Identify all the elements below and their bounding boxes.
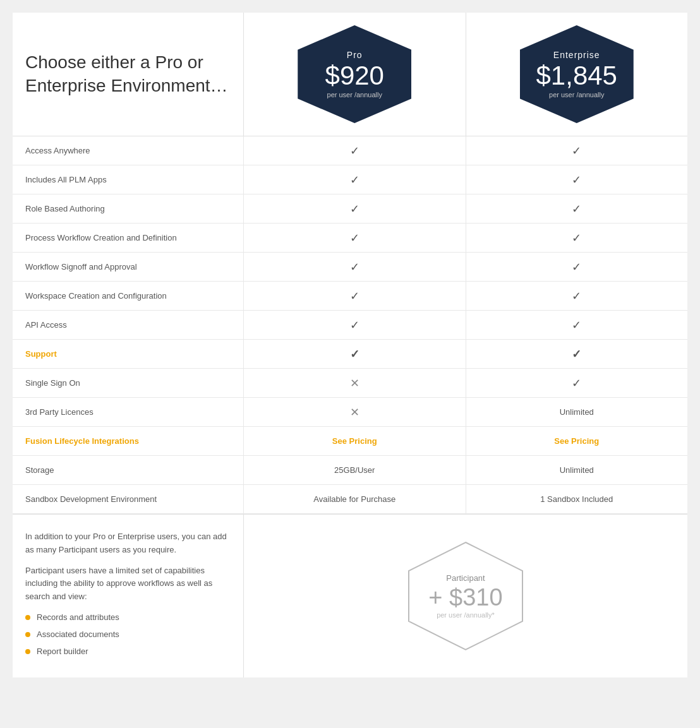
enterprise-feature-cell: ✓	[466, 194, 688, 223]
header-left: Choose either a Pro or Enterprise Enviro…	[13, 13, 243, 136]
pro-feature-cell: ✓	[243, 311, 466, 339]
feature-name: Workspace Creation and Configuration	[13, 282, 243, 310]
feature-name: Access Anywhere	[13, 136, 243, 165]
pro-price: $920	[325, 61, 384, 90]
pricing-table: Choose either a Pro or Enterprise Enviro…	[13, 13, 687, 677]
pro-feature-cell[interactable]: ✓	[243, 340, 466, 368]
pro-feature-cell: 25GB/User	[243, 456, 466, 484]
participant-price: + $310	[428, 584, 502, 611]
check-icon: ✓	[572, 231, 581, 245]
enterprise-feature-cell: Unlimited	[466, 398, 688, 426]
page-title: Choose either a Pro or Enterprise Enviro…	[25, 51, 231, 97]
check-icon: ✓	[572, 144, 581, 158]
pro-feature-cell: ✕	[243, 398, 466, 426]
check-icon: ✓	[350, 202, 359, 216]
bottom-desc1: In addition to your Pro or Enterprise us…	[25, 530, 231, 557]
enterprise-feature-cell: ✓	[466, 369, 688, 397]
bullet-list: Records and attributesAssociated documen…	[25, 611, 231, 658]
check-icon: ✓	[350, 318, 359, 332]
check-icon: ✓	[572, 376, 581, 390]
feature-row: Single Sign On✕✓	[13, 369, 687, 398]
feature-name: 3rd Party Licences	[13, 398, 243, 426]
pro-header: Pro $920 per user /annually	[243, 13, 466, 136]
check-icon: ✓	[572, 173, 581, 187]
bottom-right: Participant + $310 per user /annually*	[243, 515, 687, 677]
feature-name: Sandbox Development Environment	[13, 485, 243, 513]
enterprise-per: per user /annually	[549, 91, 604, 98]
participant-hex: Participant + $310 per user /annually*	[406, 539, 526, 653]
feature-row: Support✓✓	[13, 340, 687, 369]
enterprise-feature-cell: ✓	[466, 253, 688, 281]
feature-row: API Access✓✓	[13, 311, 687, 340]
feature-row: Process Workflow Creation and Definition…	[13, 224, 687, 253]
check-icon: ✓	[350, 260, 359, 274]
enterprise-feature-cell[interactable]: ✓	[466, 340, 688, 368]
participant-per: per user /annually*	[437, 611, 495, 619]
enterprise-feature-cell: ✓	[466, 224, 688, 252]
enterprise-plan-name: Enterprise	[553, 50, 600, 60]
feature-name: Role Based Authoring	[13, 194, 243, 223]
check-icon: ✓	[572, 289, 581, 303]
check-icon: ✓	[572, 347, 581, 361]
enterprise-hexagon-wrap: Enterprise $1,845 per user /annually	[520, 25, 634, 123]
feature-name: Workflow Signoff and Approval	[13, 253, 243, 281]
check-icon: ✓	[350, 347, 359, 361]
enterprise-feature-cell: Unlimited	[466, 456, 688, 484]
enterprise-hexagon: Enterprise $1,845 per user /annually	[520, 25, 634, 123]
feature-row: Sandbox Development EnvironmentAvailable…	[13, 485, 687, 514]
enterprise-header: Enterprise $1,845 per user /annually	[466, 13, 688, 136]
pro-feature-cell: ✕	[243, 369, 466, 397]
bottom-desc2: Participant users have a limited set of …	[25, 564, 231, 604]
feature-row: Includes All PLM Apps✓✓	[13, 165, 687, 194]
enterprise-feature-cell: ✓	[466, 311, 688, 339]
pro-feature-cell: ✓	[243, 165, 466, 194]
pro-feature-cell: ✓	[243, 136, 466, 165]
list-item: Records and attributes	[25, 611, 231, 624]
feature-row: Workspace Creation and Configuration✓✓	[13, 282, 687, 311]
pro-hexagon-wrap: Pro $920 per user /annually	[298, 25, 411, 123]
check-icon: ✓	[572, 318, 581, 332]
pro-per: per user /annually	[327, 91, 382, 98]
cross-icon: ✕	[350, 405, 359, 419]
participant-hex-outline: Participant + $310 per user /annually*	[406, 539, 526, 653]
header-row: Choose either a Pro or Enterprise Enviro…	[13, 13, 687, 136]
bullet-dot	[25, 649, 30, 654]
feature-row: 3rd Party Licences✕Unlimited	[13, 398, 687, 427]
enterprise-feature-cell: 1 Sandbox Included	[466, 485, 688, 513]
feature-name: Process Workflow Creation and Definition	[13, 224, 243, 252]
enterprise-feature-cell: ✓	[466, 282, 688, 310]
check-icon: ✓	[572, 202, 581, 216]
feature-name: Fusion Lifecycle Integrations	[13, 427, 243, 455]
enterprise-feature-cell[interactable]: See Pricing	[466, 427, 688, 455]
pro-feature-cell[interactable]: See Pricing	[243, 427, 466, 455]
feature-row: Workflow Signoff and Approval✓✓	[13, 253, 687, 282]
cross-icon: ✕	[350, 376, 359, 390]
pro-feature-cell: ✓	[243, 194, 466, 223]
feature-row: Storage25GB/UserUnlimited	[13, 456, 687, 485]
feature-name: Support	[13, 340, 243, 368]
feature-row: Access Anywhere✓✓	[13, 136, 687, 165]
list-item: Associated documents	[25, 628, 231, 641]
pro-plan-name: Pro	[347, 50, 363, 60]
check-icon: ✓	[572, 260, 581, 274]
feature-row: Fusion Lifecycle IntegrationsSee Pricing…	[13, 427, 687, 456]
pro-hexagon: Pro $920 per user /annually	[298, 25, 411, 123]
feature-name: Single Sign On	[13, 369, 243, 397]
pro-feature-cell: Available for Purchase	[243, 485, 466, 513]
list-item: Report builder	[25, 645, 231, 659]
feature-name: Storage	[13, 456, 243, 484]
feature-name: API Access	[13, 311, 243, 339]
bottom-left: In addition to your Pro or Enterprise us…	[13, 515, 243, 677]
check-icon: ✓	[350, 231, 359, 245]
enterprise-feature-cell: ✓	[466, 136, 688, 165]
bullet-dot	[25, 615, 30, 620]
check-icon: ✓	[350, 173, 359, 187]
feature-rows: Access Anywhere✓✓Includes All PLM Apps✓✓…	[13, 136, 687, 514]
check-icon: ✓	[350, 289, 359, 303]
pro-feature-cell: ✓	[243, 282, 466, 310]
pro-feature-cell: ✓	[243, 253, 466, 281]
participant-hex-content: Participant + $310 per user /annually*	[428, 573, 502, 619]
pro-feature-cell: ✓	[243, 224, 466, 252]
bottom-row: In addition to your Pro or Enterprise us…	[13, 514, 687, 677]
enterprise-feature-cell: ✓	[466, 165, 688, 194]
